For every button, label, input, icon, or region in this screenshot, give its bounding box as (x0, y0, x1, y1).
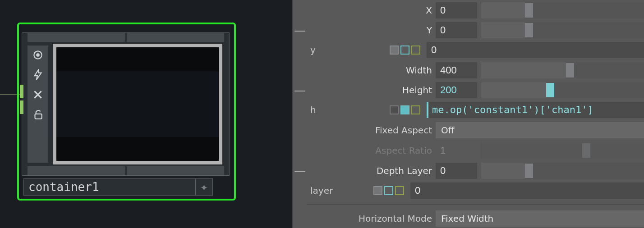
viewer-active-icon[interactable] (32, 49, 44, 63)
param-expression-h[interactable]: me.op('constant1')['chan1'] (427, 102, 644, 118)
param-value-x[interactable]: 0 (436, 2, 477, 18)
param-label-width: Width (310, 65, 432, 76)
param-mode-h[interactable] (390, 105, 420, 114)
node-viewer[interactable] (53, 44, 222, 164)
node-bottom-connectors (28, 166, 224, 175)
node-name-text[interactable]: container1 (24, 180, 195, 194)
param-mode-y[interactable] (390, 46, 420, 55)
param-label-depthlayer: Depth Layer (310, 165, 432, 176)
param-slider-height[interactable] (481, 82, 644, 98)
param-code-layer: layer (310, 185, 324, 196)
node-input-connector-2[interactable] (20, 100, 23, 114)
node-top-connectors (28, 33, 224, 42)
viewer-panel (56, 71, 219, 137)
svg-rect-2 (35, 114, 42, 119)
param-label-y: Y (310, 25, 432, 36)
bolt-icon[interactable] (32, 69, 44, 82)
param-dropdown-fixedaspect[interactable]: Off (436, 122, 644, 138)
param-mode-layer[interactable] (373, 186, 404, 195)
collapse-toggle-xy[interactable]: — (293, 23, 307, 37)
param-label-aspectratio: Aspect Ratio (310, 145, 432, 156)
param-value-y[interactable]: 0 (436, 22, 477, 38)
param-slider-y[interactable] (481, 22, 644, 38)
param-slider-width[interactable] (481, 62, 644, 78)
node-flags-button[interactable]: ✦ (195, 179, 212, 195)
param-value-aspectratio: 1 (436, 142, 477, 159)
param-dropdown-horizmode[interactable]: Fixed Width (436, 210, 644, 227)
collapse-toggle-wh[interactable]: — (293, 83, 307, 97)
param-label-x: X (310, 5, 432, 16)
node-name-field[interactable]: container1 ✦ (23, 178, 213, 196)
param-divider (307, 204, 644, 205)
param-code-h: h (310, 105, 324, 115)
svg-point-1 (37, 54, 40, 57)
parameters-panel: — X 0 — Y 0 — y 0 — Width 400 — Hei (292, 0, 644, 228)
unlock-icon[interactable] (32, 109, 44, 122)
param-value-width[interactable]: 400 (436, 62, 477, 78)
collapse-toggle-layer[interactable]: — (293, 164, 307, 178)
node-input-connector-1[interactable] (20, 85, 23, 98)
param-value-ygroup[interactable]: 0 (427, 42, 644, 58)
close-icon[interactable] (32, 89, 44, 102)
param-label-height: Height (310, 85, 432, 96)
param-code-y: y (310, 45, 324, 55)
param-value-layergroup[interactable]: 0 (410, 182, 644, 199)
param-slider-aspectratio (481, 142, 644, 159)
param-value-depthlayer[interactable]: 0 (436, 163, 477, 179)
param-label-fixedaspect: Fixed Aspect (310, 125, 432, 136)
node-container[interactable] (22, 32, 230, 176)
param-slider-x[interactable] (481, 2, 644, 18)
param-label-horizmode: Horizontal Mode (310, 213, 432, 224)
param-value-height[interactable]: 200 (436, 82, 477, 98)
network-editor[interactable]: container1 ✦ (0, 0, 292, 228)
param-slider-depthlayer[interactable] (481, 163, 644, 179)
